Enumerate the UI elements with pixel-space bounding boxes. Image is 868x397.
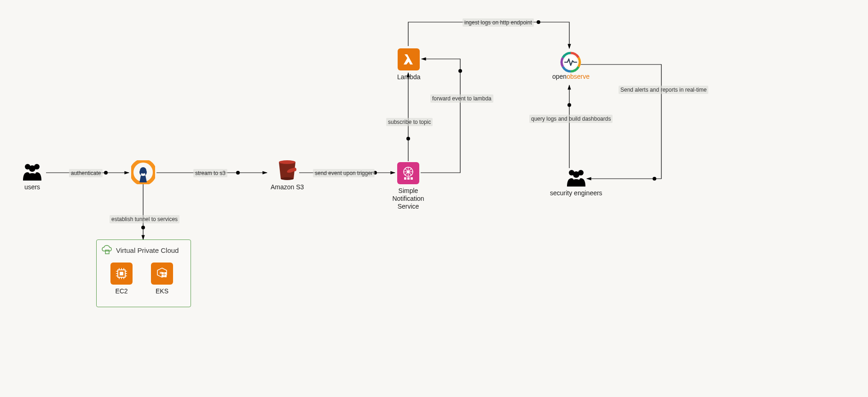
s3-icon [275, 160, 299, 181]
brand-observe: observe [567, 73, 590, 80]
sns-label: Simple Notification Service [392, 187, 424, 210]
edge-ingest-logs: ingest logs on http endpoint [463, 18, 534, 27]
svg-point-9 [406, 137, 410, 140]
ec2-icon [110, 263, 133, 285]
node-sns: Simple Notification Service [397, 162, 419, 210]
node-ec2: EC2 [110, 263, 133, 295]
edge-query-logs: query logs and build dashboards [529, 115, 613, 123]
svg-point-5 [141, 226, 145, 229]
lambda-icon [398, 48, 420, 70]
vpc-container: Virtual Private Cloud [96, 239, 191, 307]
connectors-layer [0, 0, 868, 397]
vpc-icon [101, 245, 112, 256]
svg-point-20 [279, 160, 295, 164]
svg-point-23 [293, 168, 296, 171]
users-icon [21, 162, 44, 181]
openvpn-icon [131, 160, 155, 184]
brand-open: open [552, 73, 567, 80]
edge-forward-lambda: forward event to lambda [430, 94, 493, 103]
ec2-label: EC2 [115, 287, 127, 295]
node-lambda: Lambda [397, 48, 421, 81]
svg-point-10 [458, 69, 462, 73]
svg-rect-38 [105, 250, 109, 254]
svg-point-1 [104, 171, 108, 175]
node-s3: Amazon S3 [271, 160, 304, 191]
edge-establish-tunnel: establish tunnel to services [110, 215, 179, 223]
svg-rect-55 [162, 275, 164, 277]
svg-point-19 [140, 167, 146, 174]
svg-point-3 [236, 171, 240, 175]
svg-point-14 [653, 177, 656, 181]
node-users: users [21, 162, 44, 191]
vpc-title: Virtual Private Cloud [116, 246, 179, 254]
svg-rect-54 [164, 272, 167, 274]
openobserve-icon [560, 52, 581, 73]
node-eks: K EKS [151, 263, 173, 295]
edge-authenticate: authenticate [69, 169, 103, 177]
lambda-label: Lambda [397, 73, 421, 81]
eks-icon: K [151, 263, 173, 285]
edge-subscribe: subscribe to topic [386, 118, 433, 126]
sec-eng-label: security engineers [550, 189, 602, 197]
edge-send-event: send event upon trigger [313, 169, 375, 177]
svg-rect-32 [411, 177, 413, 180]
svg-rect-56 [164, 275, 167, 277]
svg-point-21 [281, 177, 294, 180]
edge-stream-s3: stream to s3 [193, 169, 227, 177]
svg-point-11 [537, 20, 540, 24]
users-label: users [24, 183, 40, 191]
svg-rect-31 [407, 177, 410, 180]
svg-point-17 [29, 165, 35, 172]
sns-icon [397, 162, 419, 184]
svg-text:K: K [160, 271, 162, 275]
svg-point-37 [573, 171, 579, 178]
engineers-icon [565, 168, 588, 187]
s3-label: Amazon S3 [271, 183, 304, 191]
svg-rect-30 [404, 177, 406, 180]
eks-label: EKS [156, 287, 168, 295]
node-sec-eng: security engineers [550, 168, 602, 197]
svg-point-13 [567, 103, 571, 107]
node-openobserve: openobserve [552, 52, 590, 80]
node-vpn [131, 160, 155, 184]
openobserve-label: openobserve [552, 73, 590, 80]
svg-rect-40 [120, 272, 123, 275]
edge-send-alerts: Send alerts and reports in real-time [619, 86, 708, 94]
